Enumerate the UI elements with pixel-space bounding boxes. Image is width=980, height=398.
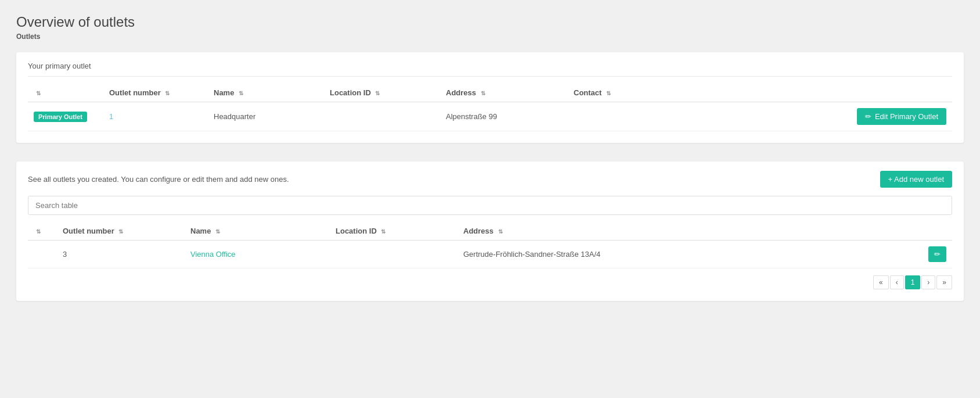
primary-outlet-table: ⇅ Outlet number ⇅ Name ⇅ Location ID ⇅ xyxy=(28,84,952,131)
outlet-address-cell: Alpenstraße 99 xyxy=(440,102,568,131)
edit-primary-outlet-label: Edit Primary Outlet xyxy=(875,112,938,121)
pagination-prev-button[interactable]: ‹ xyxy=(890,275,904,289)
search-input[interactable] xyxy=(28,196,952,215)
pagination-next-button[interactable]: › xyxy=(921,275,935,289)
th-contact[interactable]: Contact ⇅ xyxy=(568,84,684,102)
sort-name-icon: ⇅ xyxy=(239,90,243,96)
outlet-name-cell2: Vienna Office xyxy=(185,241,330,268)
primary-section-title: Your primary outlet xyxy=(28,62,952,77)
th-outlet-number2[interactable]: Outlet number ⇅ xyxy=(57,222,185,241)
breadcrumb: Outlets xyxy=(16,33,964,41)
outlets-table-header-row: ⇅ Outlet number ⇅ Name ⇅ Location ID ⇅ xyxy=(28,222,952,241)
primary-outlet-badge: Primary Outlet xyxy=(34,112,87,122)
outlets-section: See all outlets you created. You can con… xyxy=(16,162,964,301)
th-outlet-number[interactable]: Outlet number ⇅ xyxy=(103,84,208,102)
sort-outlet-num-icon: ⇅ xyxy=(165,90,170,96)
th-name[interactable]: Name ⇅ xyxy=(208,84,324,102)
add-new-outlet-button[interactable]: + Add new outlet xyxy=(880,171,953,188)
sort-address-icon2: ⇅ xyxy=(498,228,503,235)
sort-icon: ⇅ xyxy=(36,90,41,96)
pagination-current-page[interactable]: 1 xyxy=(905,275,921,289)
sort-location-icon: ⇅ xyxy=(375,90,380,96)
outlets-description: See all outlets you created. You can con… xyxy=(28,175,289,184)
th-action2 xyxy=(917,222,952,241)
primary-outlet-row: Primary Outlet 1 Headquarter Alpenstraße… xyxy=(28,102,952,131)
th-action xyxy=(684,84,952,102)
pagination-first-button[interactable]: « xyxy=(873,275,889,289)
th-sort2[interactable]: ⇅ xyxy=(28,222,57,241)
spacer xyxy=(16,152,964,162)
edit-pencil-icon: ✏ xyxy=(865,112,871,121)
page-title: Overview of outlets xyxy=(16,14,964,30)
outlet-location-cell2 xyxy=(330,241,457,268)
outlet-number-cell[interactable]: 1 xyxy=(103,102,208,131)
pagination: « ‹ 1 › » xyxy=(28,275,952,289)
th-location-id[interactable]: Location ID ⇅ xyxy=(324,84,440,102)
outlet-name-cell: Headquarter xyxy=(208,102,324,131)
outlet-contact-cell xyxy=(568,102,684,131)
th-name2[interactable]: Name ⇅ xyxy=(185,222,330,241)
edit-small-pencil-icon: ✏ xyxy=(934,250,941,259)
outlet-action-cell: ✏ xyxy=(917,241,952,268)
outlets-table-wrap: ⇅ Outlet number ⇅ Name ⇅ Location ID ⇅ xyxy=(28,222,952,268)
primary-outlet-table-wrap: ⇅ Outlet number ⇅ Name ⇅ Location ID ⇅ xyxy=(28,84,952,131)
primary-badge-cell: Primary Outlet xyxy=(28,102,103,131)
edit-outlet-button[interactable]: ✏ xyxy=(928,246,946,262)
outlet-row: 3 Vienna Office Gertrude-Fröhlich-Sandne… xyxy=(28,241,952,268)
sort-address-icon: ⇅ xyxy=(481,90,485,96)
outlets-section-header: See all outlets you created. You can con… xyxy=(28,171,952,188)
primary-table-header-row: ⇅ Outlet number ⇅ Name ⇅ Location ID ⇅ xyxy=(28,84,952,102)
outlet-location-cell xyxy=(324,102,440,131)
primary-outlet-card: Your primary outlet ⇅ Outlet number ⇅ Na… xyxy=(16,52,964,143)
outlet-number-cell2: 3 xyxy=(57,241,185,268)
th-sort: ⇅ xyxy=(28,84,103,102)
th-address2[interactable]: Address ⇅ xyxy=(457,222,917,241)
outlet-address-cell2: Gertrude-Fröhlich-Sandner-Straße 13A/4 xyxy=(457,241,917,268)
sort-icon2: ⇅ xyxy=(36,228,41,235)
outlets-table: ⇅ Outlet number ⇅ Name ⇅ Location ID ⇅ xyxy=(28,222,952,268)
th-address[interactable]: Address ⇅ xyxy=(440,84,568,102)
outlet-sort-cell xyxy=(28,241,57,268)
primary-outlet-action-cell: ✏ Edit Primary Outlet xyxy=(684,102,952,131)
sort-contact-icon: ⇅ xyxy=(606,90,611,96)
sort-outlet-num-icon2: ⇅ xyxy=(118,228,123,235)
edit-primary-outlet-button[interactable]: ✏ Edit Primary Outlet xyxy=(857,108,946,125)
sort-name-icon2: ⇅ xyxy=(215,228,220,235)
sort-location-icon2: ⇅ xyxy=(381,228,385,235)
th-location-id2[interactable]: Location ID ⇅ xyxy=(330,222,457,241)
pagination-last-button[interactable]: » xyxy=(936,275,952,289)
